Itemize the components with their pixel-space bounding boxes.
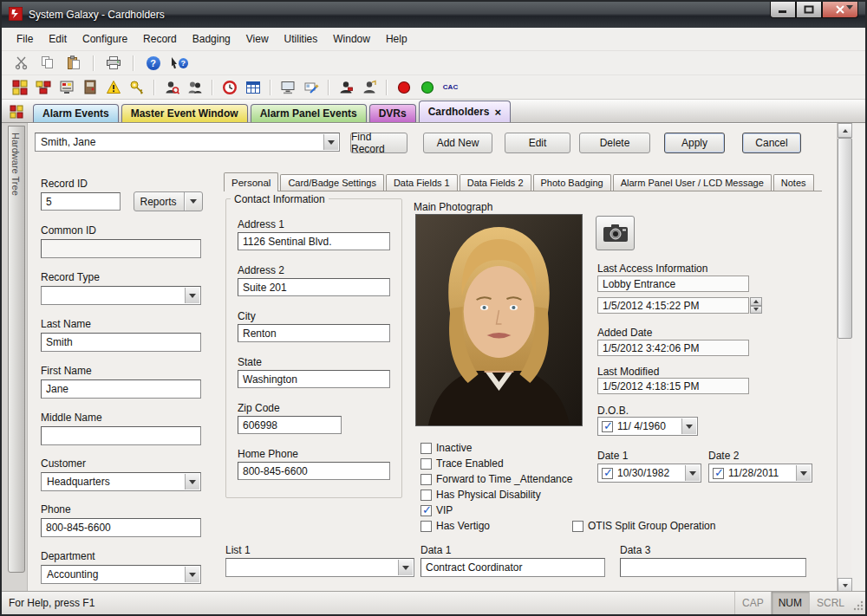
list1-combo[interactable] <box>225 558 414 577</box>
has-vertigo-checkbox[interactable] <box>420 521 432 532</box>
data3-field[interactable] <box>620 558 806 577</box>
delete-button[interactable]: Delete <box>579 133 650 153</box>
state-field[interactable] <box>238 370 390 388</box>
menu-utilities[interactable]: Utilities <box>277 29 326 49</box>
badge-design-icon[interactable] <box>302 78 320 96</box>
tab-card-badge-settings[interactable]: Card/Badge Settings <box>280 174 384 191</box>
menu-configure[interactable]: Configure <box>75 29 135 49</box>
date2-checkbox[interactable] <box>713 468 724 479</box>
context-help-icon[interactable]: ? <box>170 54 188 72</box>
record-type-combo[interactable] <box>41 286 201 305</box>
workstation-icon[interactable] <box>278 78 297 96</box>
home-phone-field[interactable] <box>238 462 390 480</box>
tab-dvrs[interactable]: DVRs <box>369 104 416 122</box>
cardholder-group-icon[interactable] <box>186 78 204 96</box>
has-vertigo-flag[interactable]: Has Vertigo <box>420 520 490 532</box>
apply-button[interactable]: Apply <box>664 133 725 153</box>
maximize-button[interactable] <box>796 2 822 18</box>
zip-code-field[interactable] <box>238 416 342 434</box>
date1-checkbox[interactable] <box>602 468 613 479</box>
add-new-button[interactable]: Add New <box>423 133 492 153</box>
date2-picker[interactable]: 11/28/2011 <box>708 464 812 483</box>
tab-photo-badging[interactable]: Photo Badging <box>533 174 611 191</box>
trace-enabled-flag[interactable]: Trace Enabled <box>420 457 504 470</box>
dob-checkbox[interactable] <box>602 421 613 432</box>
minimize-button[interactable] <box>770 2 796 18</box>
combo-dropdown-icon[interactable] <box>185 288 199 303</box>
customer-combo[interactable]: Headquarters <box>41 472 201 491</box>
close-tab-icon[interactable]: × <box>494 107 501 118</box>
date1-picker[interactable]: 10/30/1982 <box>597 464 701 483</box>
date1-dropdown-icon[interactable] <box>685 465 700 481</box>
hardware-tree-toggle-icon[interactable] <box>10 105 23 121</box>
forward-time-attendance-flag[interactable]: Forward to Time _Attendance <box>420 473 572 485</box>
door-reader-icon[interactable] <box>81 78 99 96</box>
data1-field[interactable] <box>420 558 605 577</box>
capture-photo-button[interactable] <box>596 216 635 250</box>
tab-personal[interactable]: Personal <box>224 172 278 191</box>
tab-alarm-events[interactable]: Alarm Events <box>33 104 119 122</box>
cancel-button[interactable]: Cancel <box>742 133 801 153</box>
tab-notes[interactable]: Notes <box>773 174 814 191</box>
record-stop-icon[interactable] <box>394 78 413 96</box>
help-icon[interactable]: ? <box>144 54 162 72</box>
tab-alarm-panel-events[interactable]: Alarm Panel Events <box>251 104 367 122</box>
vip-checkbox[interactable] <box>420 505 432 516</box>
spinner-down-icon[interactable] <box>750 306 762 314</box>
cut-icon[interactable] <box>12 54 30 72</box>
menu-record[interactable]: Record <box>135 29 185 49</box>
alarm-warning-icon[interactable] <box>104 78 122 96</box>
last-name-field[interactable] <box>41 333 201 352</box>
loop-diagnostics-icon[interactable] <box>34 78 52 96</box>
physical-disability-checkbox[interactable] <box>420 490 432 501</box>
first-name-field[interactable] <box>41 379 201 399</box>
io-key-icon[interactable] <box>127 78 146 96</box>
menu-window[interactable]: Window <box>325 29 378 49</box>
middle-name-field[interactable] <box>41 426 201 445</box>
edit-button[interactable]: Edit <box>505 133 570 153</box>
physical-disability-flag[interactable]: Has Physical Disability <box>420 489 541 501</box>
combo-dropdown-icon[interactable] <box>323 134 338 150</box>
copy-icon[interactable] <box>38 54 56 72</box>
common-id-field[interactable] <box>41 239 201 258</box>
title-bar[interactable]: System Galaxy - Cardholders <box>2 2 865 28</box>
menu-edit[interactable]: Edit <box>41 29 75 49</box>
date2-dropdown-icon[interactable] <box>796 465 811 481</box>
cardholder-search-icon[interactable] <box>162 78 180 96</box>
otis-split-group-checkbox[interactable] <box>572 521 583 532</box>
forward-time-attendance-checkbox[interactable] <box>420 474 432 485</box>
tab-data-fields-2[interactable]: Data Fields 2 <box>460 174 531 191</box>
schedule-clock-icon[interactable] <box>220 78 238 96</box>
menu-badging[interactable]: Badging <box>185 29 238 49</box>
combo-dropdown-icon[interactable] <box>398 560 413 575</box>
record-selector-combo[interactable]: Smith, Jane <box>35 133 340 152</box>
tab-master-event-window[interactable]: Master Event Window <box>121 104 248 122</box>
scroll-up-icon[interactable] <box>838 123 852 138</box>
hardware-tree-icon[interactable] <box>10 78 29 96</box>
vertical-scrollbar[interactable] <box>837 123 851 593</box>
inactive-flag[interactable]: Inactive <box>420 442 472 454</box>
spinner-up-icon[interactable] <box>750 297 762 306</box>
dob-dropdown-icon[interactable] <box>681 418 696 434</box>
combo-dropdown-icon[interactable] <box>185 567 199 582</box>
guard-tour-icon[interactable] <box>360 78 378 96</box>
paste-icon[interactable] <box>64 54 82 72</box>
tab-overflow-icon[interactable] <box>846 10 853 22</box>
scrollbar-thumb[interactable] <box>838 138 852 339</box>
vip-flag[interactable]: VIP <box>420 504 453 516</box>
otis-split-group-flag[interactable]: OTIS Split Group Operation <box>572 520 715 532</box>
trace-enabled-checkbox[interactable] <box>420 458 432 470</box>
combo-dropdown-icon[interactable] <box>185 474 199 490</box>
print-icon[interactable] <box>104 54 122 72</box>
controller-icon[interactable] <box>57 78 75 96</box>
cac-icon[interactable]: CAC <box>441 78 460 96</box>
inactive-checkbox[interactable] <box>420 443 432 454</box>
dob-picker[interactable]: 11/ 4/1960 <box>597 417 698 436</box>
address1-field[interactable] <box>238 232 390 250</box>
guard-operator-icon[interactable] <box>336 78 355 96</box>
menu-file[interactable]: File <box>9 29 41 49</box>
phone-field[interactable] <box>41 518 201 537</box>
holiday-table-icon[interactable] <box>244 78 262 96</box>
reports-button[interactable]: Reports <box>134 191 203 211</box>
menu-view[interactable]: View <box>238 29 277 49</box>
